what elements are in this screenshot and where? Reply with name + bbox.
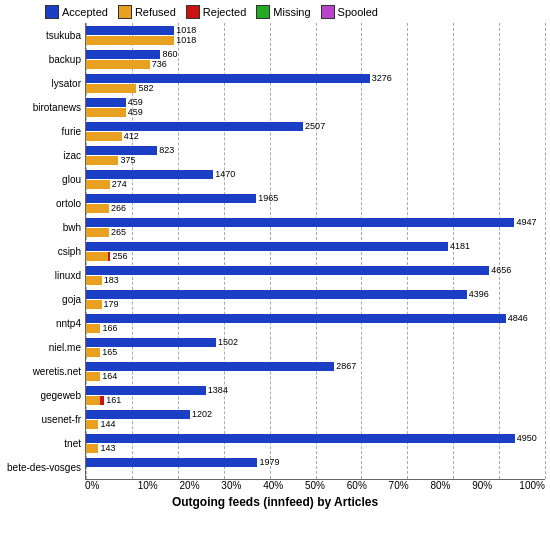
legend-color-accepted (45, 5, 59, 19)
refused-bar-furie (86, 132, 122, 141)
refused-bar-weretis.net (86, 372, 100, 381)
refused-label-linuxd: 183 (104, 275, 119, 285)
refused-bar-glou (86, 180, 110, 189)
refused-label-glou: 274 (112, 179, 127, 189)
x-tick-9: 90% (461, 480, 503, 491)
accepted-bar-lysator (86, 74, 370, 83)
bar-row-csiph: 4181256 (86, 239, 545, 263)
bar-row-izac: 823375 (86, 143, 545, 167)
legend-color-rejected (186, 5, 200, 19)
y-label-csiph: csiph (5, 239, 85, 263)
accepted-bar-backup (86, 50, 160, 59)
bar-row-goja: 4396179 (86, 287, 545, 311)
refused-label-birotanews: 459 (128, 107, 143, 117)
bar-row-ortolo: 1965266 (86, 191, 545, 215)
accepted-label-linuxd: 4656 (491, 265, 511, 275)
y-label-ortolo: ortolo (5, 191, 85, 215)
y-label-lysator: lysator (5, 71, 85, 95)
accepted-bar-csiph (86, 242, 448, 251)
y-label-gegeweb: gegeweb (5, 383, 85, 407)
bar-row-usenet-fr: 1202144 (86, 407, 545, 431)
refused-bar-izac (86, 156, 118, 165)
x-tick-5: 50% (294, 480, 336, 491)
accepted-bar-weretis.net (86, 362, 334, 371)
bar-row-furie: 2507412 (86, 119, 545, 143)
refused-bar-niel.me (86, 348, 100, 357)
accepted-label-izac: 823 (159, 145, 174, 155)
accepted-bar-bete-des-vosges (86, 458, 257, 467)
refused-bar-tsukuba (86, 36, 174, 45)
bars-chart: 1018101886073632765824594592507412823375… (85, 23, 545, 480)
bar-row-lysator: 3276582 (86, 71, 545, 95)
y-label-birotanews: birotanews (5, 95, 85, 119)
refused-bar-usenet-fr (86, 420, 98, 429)
legend-item-rejected: Rejected (186, 5, 246, 19)
legend-item-spooled: Spooled (321, 5, 378, 19)
bar-row-bwh: 4947265 (86, 215, 545, 239)
y-label-bete-des-vosges: bete-des-vosges (5, 455, 85, 479)
accepted-bar-ortolo (86, 194, 256, 203)
accepted-bar-gegeweb (86, 386, 206, 395)
bar-row-backup: 860736 (86, 47, 545, 71)
refused-label-backup: 736 (152, 59, 167, 69)
accepted-label-tsukuba: 1018 (176, 25, 196, 35)
chart-container: AcceptedRefusedRejectedMissingSpooled ts… (0, 0, 550, 555)
refused-label-lysator: 582 (138, 83, 153, 93)
legend-color-spooled (321, 5, 335, 19)
refused-bar-ortolo (86, 204, 109, 213)
x-tick-7: 70% (378, 480, 420, 491)
refused-bar-lysator (86, 84, 136, 93)
accepted-label-gegeweb: 1384 (208, 385, 228, 395)
legend-label-refused: Refused (135, 6, 176, 18)
accepted-bar-nntp4 (86, 314, 506, 323)
legend-item-refused: Refused (118, 5, 176, 19)
y-label-tnet: tnet (5, 431, 85, 455)
y-label-nntp4: nntp4 (5, 311, 85, 335)
legend-item-missing: Missing (256, 5, 310, 19)
refused-label-gegeweb: 161 (106, 395, 121, 405)
refused-label-niel.me: 165 (102, 347, 117, 357)
x-tick-1: 10% (127, 480, 169, 491)
accepted-bar-bwh (86, 218, 514, 227)
y-label-linuxd: linuxd (5, 263, 85, 287)
x-tick-4: 40% (252, 480, 294, 491)
y-labels: tsukubabackuplysatorbirotanewsfurieizacg… (5, 23, 85, 491)
refused-bar-nntp4 (86, 324, 100, 333)
y-label-izac: izac (5, 143, 85, 167)
refused-label-bwh: 265 (111, 227, 126, 237)
refused-bar-gegeweb (86, 396, 100, 405)
refused-bar-goja (86, 300, 102, 309)
bar-row-bete-des-vosges: 1979 (86, 455, 545, 479)
accepted-label-csiph: 4181 (450, 241, 470, 251)
x-tick-6: 60% (336, 480, 378, 491)
accepted-label-backup: 860 (162, 49, 177, 59)
x-tick-2: 20% (169, 480, 211, 491)
legend-color-missing (256, 5, 270, 19)
refused-label-usenet-fr: 144 (100, 419, 115, 429)
y-label-weretis.net: weretis.net (5, 359, 85, 383)
accepted-bar-furie (86, 122, 303, 131)
accepted-label-goja: 4396 (469, 289, 489, 299)
grid-line-10 (545, 23, 546, 479)
refused-bar-tnet (86, 444, 98, 453)
bar-row-gegeweb: 1384161 (86, 383, 545, 407)
x-axis: 0%10%20%30%40%50%60%70%80%90%100% (85, 480, 545, 491)
accepted-bar-izac (86, 146, 157, 155)
accepted-bar-goja (86, 290, 467, 299)
refused-label-furie: 412 (124, 131, 139, 141)
bar-row-glou: 1470274 (86, 167, 545, 191)
y-label-furie: furie (5, 119, 85, 143)
accepted-label-bwh: 4947 (516, 217, 536, 227)
accepted-label-nntp4: 4846 (508, 313, 528, 323)
x-tick-3: 30% (210, 480, 252, 491)
refused-label-weretis.net: 164 (102, 371, 117, 381)
refused-bar-bwh (86, 228, 109, 237)
refused-label-goja: 179 (104, 299, 119, 309)
x-tick-10: 100% (503, 480, 545, 491)
y-label-niel.me: niel.me (5, 335, 85, 359)
y-label-glou: glou (5, 167, 85, 191)
y-label-goja: goja (5, 287, 85, 311)
accepted-label-usenet-fr: 1202 (192, 409, 212, 419)
legend-label-rejected: Rejected (203, 6, 246, 18)
x-tick-0: 0% (85, 480, 127, 491)
